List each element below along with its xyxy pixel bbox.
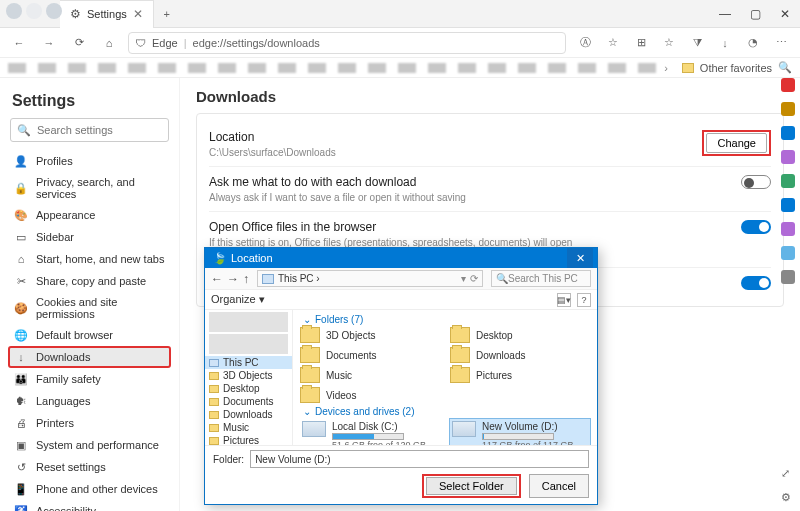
edge-shield-icon: 🛡 [135,37,146,49]
favorites-icon[interactable]: ☆ [658,32,680,54]
new-tab-button[interactable]: + [154,0,180,28]
rail-expand-icon[interactable]: ⤢ [781,467,795,481]
dialog-search[interactable]: 🔍 Search This PC [491,270,591,287]
settings-search[interactable]: 🔍 Search settings [10,118,169,142]
bookmarks-search-icon[interactable]: 🔍 [778,61,792,74]
select-folder-button[interactable]: Select Folder [426,477,517,495]
tree-node[interactable]: Downloads [205,408,292,421]
app-more-icon[interactable]: ⋯ [770,32,792,54]
nav-back-icon[interactable]: ← [8,32,30,54]
view-mode-button[interactable]: ▤▾ [557,293,571,307]
sidebar-item-cookies-and-site-permissions[interactable]: 🍪Cookies and site permissions [8,292,171,324]
tree-node[interactable]: This PC [205,356,292,369]
drives-group-header[interactable]: ⌄Devices and drives (2) [299,404,591,418]
tree-node[interactable]: Pictures [205,434,292,445]
sidebar-item-profiles[interactable]: 👤Profiles [8,150,171,172]
bookmarks-bar: › Other favorites 🔍 [0,58,800,78]
sidebar-item-default-browser[interactable]: 🌐Default browser [8,324,171,346]
edge-sidebar-rail [776,78,800,284]
reader-icon[interactable]: Ⓐ [574,32,596,54]
favorite-icon[interactable]: ☆ [602,32,624,54]
sidebar-item-privacy-search-and-services[interactable]: 🔒Privacy, search, and services [8,172,171,204]
close-tab-icon[interactable]: ✕ [133,7,143,21]
drive-item[interactable]: Local Disk (C:)51.6 GB free of 120 GB [299,418,441,445]
folder-item[interactable]: Music [299,366,441,384]
sidebar-item-start-home-and-new-tabs[interactable]: ⌂Start, home, and new tabs [8,248,171,270]
folder-icon [209,411,219,419]
toggle[interactable] [741,276,771,290]
folder-item[interactable]: 3D Objects [299,326,441,344]
rail-icon[interactable] [781,150,795,164]
toggle[interactable] [741,220,771,234]
tree-label: 3D Objects [223,370,272,381]
sidebar-item-languages[interactable]: 🗣Languages [8,390,171,412]
tree-label: Pictures [223,435,259,445]
extensions-icon[interactable]: ⧩ [686,32,708,54]
dialog-tree[interactable]: This PC3D ObjectsDesktopDocumentsDownloa… [205,310,293,445]
setting-label: Open Office files in the browser [209,220,589,234]
browser-tab[interactable]: ⚙ Settings ✕ [60,0,154,28]
downloads-icon[interactable]: ↓ [714,32,736,54]
tree-node[interactable]: Documents [205,395,292,408]
sidebar-item-downloads[interactable]: ↓Downloads [8,346,171,368]
sidebar-item-system-and-performance[interactable]: ▣System and performance [8,434,171,456]
url-box[interactable]: 🛡 Edge | edge://settings/downloads [128,32,566,54]
dialog-close-icon[interactable]: ✕ [567,248,593,268]
sidebar-item-appearance[interactable]: 🎨Appearance [8,204,171,226]
sidebar-item-reset-settings[interactable]: ↺Reset settings [8,456,171,478]
cancel-button[interactable]: Cancel [529,474,589,498]
tree-node[interactable]: Desktop [205,382,292,395]
titlebar: ⚙ Settings ✕ + — ▢ ✕ [0,0,800,28]
dialog-crumb-refresh-icon[interactable]: ⟳ [470,273,478,284]
sidebar-item-share-copy-and-paste[interactable]: ✂Share, copy and paste [8,270,171,292]
dialog-up-icon[interactable]: ↑ [243,272,249,286]
other-favorites[interactable]: Other favorites [682,62,772,74]
window-close[interactable]: ✕ [770,0,800,28]
nav-refresh-icon[interactable]: ⟳ [68,32,90,54]
folder-item[interactable]: Videos [299,386,441,404]
rail-icon[interactable] [781,78,795,92]
tree-node[interactable]: Music [205,421,292,434]
rail-icon[interactable] [781,174,795,188]
folder-input[interactable]: New Volume (D:) [250,450,589,468]
dialog-forward-icon[interactable]: → [227,272,239,286]
folder-label: Folder: [213,454,244,465]
dialog-breadcrumb[interactable]: This PC › ▾ ⟳ [257,270,483,287]
rail-icon[interactable] [781,126,795,140]
toggle[interactable] [741,175,771,189]
collections-icon[interactable]: ⊞ [630,32,652,54]
rail-icon[interactable] [781,222,795,236]
rail-icon[interactable] [781,246,795,260]
sidebar-item-printers[interactable]: 🖨Printers [8,412,171,434]
folder-icon [300,327,320,343]
folder-item[interactable]: Downloads [449,346,591,364]
drive-item[interactable]: New Volume (D:)117 GB free of 117 GB [449,418,591,445]
folder-item[interactable]: Pictures [449,366,591,384]
folder-item[interactable]: Documents [299,346,441,364]
location-path: C:\Users\surface\Downloads [209,147,336,158]
dialog-back-icon[interactable]: ← [211,272,223,286]
nav-label: Privacy, search, and services [36,176,165,200]
window-minimize[interactable]: — [710,0,740,28]
folder-name: Videos [326,390,356,401]
sidebar-item-phone-and-other-devices[interactable]: 📱Phone and other devices [8,478,171,500]
nav-forward-icon[interactable]: → [38,32,60,54]
folders-group-header[interactable]: ⌄Folders (7) [299,312,591,326]
tree-node[interactable]: 3D Objects [205,369,292,382]
organize-button[interactable]: Organize ▾ [211,293,265,306]
rail-plus-icon[interactable] [781,270,795,284]
nav-home-icon[interactable]: ⌂ [98,32,120,54]
sidebar-item-accessibility[interactable]: ♿Accessibility [8,500,171,511]
profile-icon[interactable]: ◔ [742,32,764,54]
sidebar-item-sidebar[interactable]: ▭Sidebar [8,226,171,248]
rail-settings-icon[interactable]: ⚙ [781,491,795,505]
change-button[interactable]: Change [706,133,767,153]
sidebar-item-family-safety[interactable]: 👪Family safety [8,368,171,390]
folder-item[interactable]: Desktop [449,326,591,344]
window-maximize[interactable]: ▢ [740,0,770,28]
rail-icon[interactable] [781,198,795,212]
dialog-help-icon[interactable]: ? [577,293,591,307]
bookmarks-overflow-icon[interactable]: › [664,62,668,74]
rail-icon[interactable] [781,102,795,116]
nav-icon: 🖨 [14,416,28,430]
